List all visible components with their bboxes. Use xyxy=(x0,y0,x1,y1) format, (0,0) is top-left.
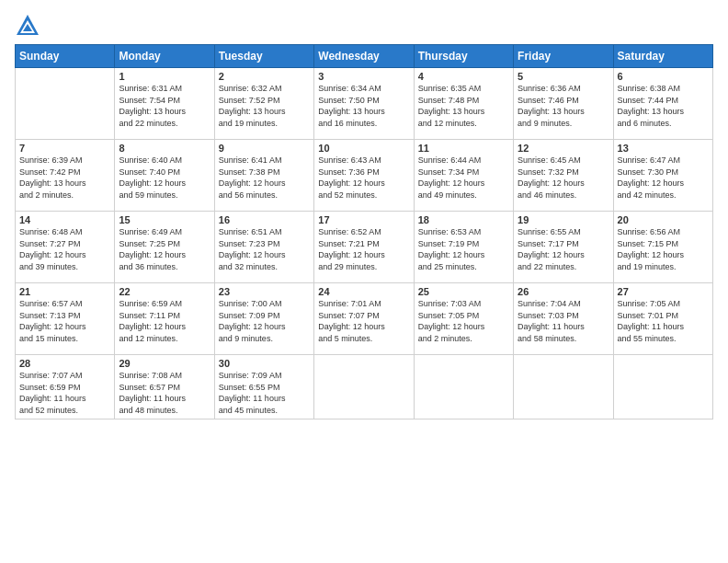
logo xyxy=(15,13,44,39)
calendar-cell: 21Sunrise: 6:57 AM Sunset: 7:13 PM Dayli… xyxy=(16,283,115,355)
calendar-cell: 19Sunrise: 6:55 AM Sunset: 7:17 PM Dayli… xyxy=(514,212,613,283)
calendar-cell: 24Sunrise: 7:01 AM Sunset: 7:07 PM Dayli… xyxy=(314,283,414,355)
day-info: Sunrise: 7:03 AM Sunset: 7:05 PM Dayligh… xyxy=(418,298,509,344)
day-number: 4 xyxy=(418,71,509,82)
day-of-week-header: Thursday xyxy=(414,45,513,68)
day-number: 10 xyxy=(318,143,409,154)
day-number: 1 xyxy=(119,71,210,82)
day-of-week-header: Tuesday xyxy=(214,45,313,68)
day-info: Sunrise: 7:07 AM Sunset: 6:59 PM Dayligh… xyxy=(19,370,110,416)
calendar-cell: 4Sunrise: 6:35 AM Sunset: 7:48 PM Daylig… xyxy=(414,68,513,140)
day-number: 30 xyxy=(219,358,310,369)
day-number: 25 xyxy=(418,286,509,297)
calendar-cell: 27Sunrise: 7:05 AM Sunset: 7:01 PM Dayli… xyxy=(613,283,712,355)
calendar-cell: 23Sunrise: 7:00 AM Sunset: 7:09 PM Dayli… xyxy=(214,283,313,355)
day-number: 18 xyxy=(418,214,509,225)
calendar-cell: 8Sunrise: 6:40 AM Sunset: 7:40 PM Daylig… xyxy=(115,140,214,212)
logo-icon xyxy=(15,13,40,39)
day-info: Sunrise: 6:51 AM Sunset: 7:23 PM Dayligh… xyxy=(219,226,310,272)
calendar-cell: 15Sunrise: 6:49 AM Sunset: 7:25 PM Dayli… xyxy=(115,212,214,283)
day-info: Sunrise: 6:45 AM Sunset: 7:32 PM Dayligh… xyxy=(518,155,609,201)
day-number: 19 xyxy=(518,214,609,225)
calendar-cell: 3Sunrise: 6:34 AM Sunset: 7:50 PM Daylig… xyxy=(314,68,414,140)
day-number: 17 xyxy=(318,214,409,225)
calendar-cell: 5Sunrise: 6:36 AM Sunset: 7:46 PM Daylig… xyxy=(514,68,613,140)
calendar-cell: 25Sunrise: 7:03 AM Sunset: 7:05 PM Dayli… xyxy=(414,283,513,355)
day-info: Sunrise: 7:05 AM Sunset: 7:01 PM Dayligh… xyxy=(618,298,709,344)
calendar-cell: 11Sunrise: 6:44 AM Sunset: 7:34 PM Dayli… xyxy=(414,140,513,212)
day-info: Sunrise: 6:41 AM Sunset: 7:38 PM Dayligh… xyxy=(219,155,310,201)
day-info: Sunrise: 6:52 AM Sunset: 7:21 PM Dayligh… xyxy=(318,226,409,272)
day-of-week-header: Wednesday xyxy=(314,45,414,68)
calendar-cell: 18Sunrise: 6:53 AM Sunset: 7:19 PM Dayli… xyxy=(414,212,513,283)
day-number: 20 xyxy=(618,214,709,225)
calendar-body: 1Sunrise: 6:31 AM Sunset: 7:54 PM Daylig… xyxy=(16,68,713,419)
day-number: 2 xyxy=(219,71,310,82)
day-number: 12 xyxy=(518,143,609,154)
calendar-header-row: SundayMondayTuesdayWednesdayThursdayFrid… xyxy=(16,45,713,68)
day-of-week-header: Friday xyxy=(514,45,613,68)
day-number: 7 xyxy=(19,143,110,154)
calendar-cell xyxy=(613,355,712,419)
calendar-cell xyxy=(16,68,115,140)
day-info: Sunrise: 6:43 AM Sunset: 7:36 PM Dayligh… xyxy=(318,155,409,201)
day-number: 9 xyxy=(219,143,310,154)
day-info: Sunrise: 6:53 AM Sunset: 7:19 PM Dayligh… xyxy=(418,226,509,272)
day-info: Sunrise: 7:01 AM Sunset: 7:07 PM Dayligh… xyxy=(318,298,409,344)
calendar-cell: 13Sunrise: 6:47 AM Sunset: 7:30 PM Dayli… xyxy=(613,140,712,212)
calendar-cell: 22Sunrise: 6:59 AM Sunset: 7:11 PM Dayli… xyxy=(115,283,214,355)
day-info: Sunrise: 7:08 AM Sunset: 6:57 PM Dayligh… xyxy=(119,370,210,416)
day-info: Sunrise: 6:40 AM Sunset: 7:40 PM Dayligh… xyxy=(119,155,210,201)
calendar-cell: 14Sunrise: 6:48 AM Sunset: 7:27 PM Dayli… xyxy=(16,212,115,283)
day-info: Sunrise: 6:47 AM Sunset: 7:30 PM Dayligh… xyxy=(618,155,709,201)
day-number: 23 xyxy=(219,286,310,297)
day-number: 24 xyxy=(318,286,409,297)
calendar-cell xyxy=(414,355,513,419)
calendar-table: SundayMondayTuesdayWednesdayThursdayFrid… xyxy=(15,44,713,419)
day-info: Sunrise: 6:55 AM Sunset: 7:17 PM Dayligh… xyxy=(518,226,609,272)
day-number: 5 xyxy=(518,71,609,82)
calendar-cell: 29Sunrise: 7:08 AM Sunset: 6:57 PM Dayli… xyxy=(115,355,214,419)
day-of-week-header: Sunday xyxy=(16,45,115,68)
day-number: 15 xyxy=(119,214,210,225)
day-number: 8 xyxy=(119,143,210,154)
day-info: Sunrise: 6:39 AM Sunset: 7:42 PM Dayligh… xyxy=(19,155,110,201)
day-number: 13 xyxy=(618,143,709,154)
day-of-week-header: Saturday xyxy=(613,45,712,68)
day-info: Sunrise: 6:35 AM Sunset: 7:48 PM Dayligh… xyxy=(418,83,509,129)
calendar-cell: 26Sunrise: 7:04 AM Sunset: 7:03 PM Dayli… xyxy=(514,283,613,355)
day-of-week-header: Monday xyxy=(115,45,214,68)
calendar-cell: 30Sunrise: 7:09 AM Sunset: 6:55 PM Dayli… xyxy=(214,355,313,419)
day-info: Sunrise: 6:57 AM Sunset: 7:13 PM Dayligh… xyxy=(19,298,110,344)
calendar-cell xyxy=(314,355,414,419)
calendar-week-row: 7Sunrise: 6:39 AM Sunset: 7:42 PM Daylig… xyxy=(16,140,713,212)
header xyxy=(15,9,713,39)
day-number: 6 xyxy=(618,71,709,82)
day-info: Sunrise: 6:34 AM Sunset: 7:50 PM Dayligh… xyxy=(318,83,409,129)
day-number: 28 xyxy=(19,358,110,369)
calendar-cell: 6Sunrise: 6:38 AM Sunset: 7:44 PM Daylig… xyxy=(613,68,712,140)
day-info: Sunrise: 6:38 AM Sunset: 7:44 PM Dayligh… xyxy=(618,83,709,129)
day-info: Sunrise: 6:49 AM Sunset: 7:25 PM Dayligh… xyxy=(119,226,210,272)
day-info: Sunrise: 6:32 AM Sunset: 7:52 PM Dayligh… xyxy=(219,83,310,129)
day-info: Sunrise: 6:56 AM Sunset: 7:15 PM Dayligh… xyxy=(618,226,709,272)
calendar-cell: 1Sunrise: 6:31 AM Sunset: 7:54 PM Daylig… xyxy=(115,68,214,140)
calendar-cell: 20Sunrise: 6:56 AM Sunset: 7:15 PM Dayli… xyxy=(613,212,712,283)
calendar-cell: 28Sunrise: 7:07 AM Sunset: 6:59 PM Dayli… xyxy=(16,355,115,419)
day-number: 21 xyxy=(19,286,110,297)
calendar-week-row: 28Sunrise: 7:07 AM Sunset: 6:59 PM Dayli… xyxy=(16,355,713,419)
day-info: Sunrise: 6:31 AM Sunset: 7:54 PM Dayligh… xyxy=(119,83,210,129)
calendar-cell: 12Sunrise: 6:45 AM Sunset: 7:32 PM Dayli… xyxy=(514,140,613,212)
calendar-cell: 2Sunrise: 6:32 AM Sunset: 7:52 PM Daylig… xyxy=(214,68,313,140)
day-info: Sunrise: 7:04 AM Sunset: 7:03 PM Dayligh… xyxy=(518,298,609,344)
day-info: Sunrise: 7:00 AM Sunset: 7:09 PM Dayligh… xyxy=(219,298,310,344)
day-info: Sunrise: 6:48 AM Sunset: 7:27 PM Dayligh… xyxy=(19,226,110,272)
day-number: 3 xyxy=(318,71,409,82)
day-info: Sunrise: 7:09 AM Sunset: 6:55 PM Dayligh… xyxy=(219,370,310,416)
calendar-cell xyxy=(514,355,613,419)
calendar-cell: 7Sunrise: 6:39 AM Sunset: 7:42 PM Daylig… xyxy=(16,140,115,212)
day-number: 16 xyxy=(219,214,310,225)
calendar-cell: 9Sunrise: 6:41 AM Sunset: 7:38 PM Daylig… xyxy=(214,140,313,212)
day-number: 14 xyxy=(19,214,110,225)
page: SundayMondayTuesdayWednesdayThursdayFrid… xyxy=(0,0,728,563)
